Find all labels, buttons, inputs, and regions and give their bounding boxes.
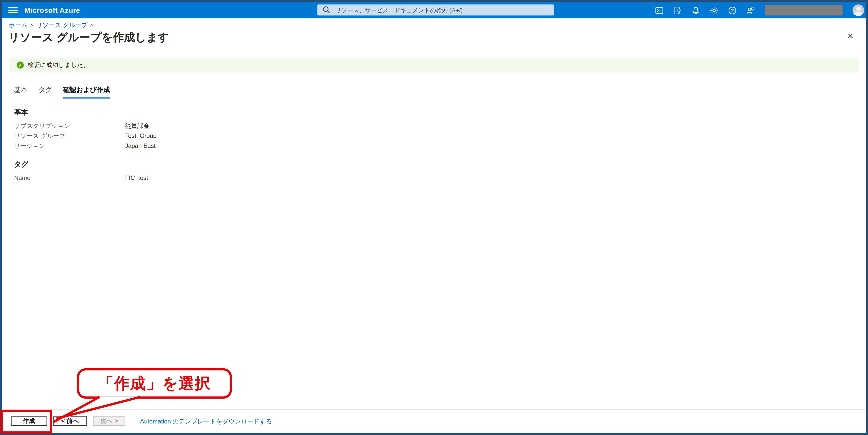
top-bar: Microsoft Azure — [2, 2, 866, 19]
section-basics: 基本 サブスクリプション 従量課金 リソース グループ Test_Group リ… — [14, 108, 157, 152]
previous-button[interactable]: < 前へ — [53, 416, 87, 426]
wizard-tabs: 基本 タグ 確認および作成 — [14, 85, 110, 99]
row-label: サブスクリプション — [14, 122, 125, 129]
breadcrumb-separator: > — [90, 22, 94, 28]
footer-divider — [2, 409, 866, 410]
hamburger-menu-icon[interactable] — [8, 6, 18, 14]
azure-portal-window: Microsoft Azure — [0, 0, 868, 435]
tab-tags[interactable]: タグ — [38, 85, 52, 99]
avatar[interactable] — [852, 4, 864, 16]
search-icon — [322, 6, 331, 14]
breadcrumb-home-link[interactable]: ホーム — [9, 22, 27, 28]
search-input[interactable] — [335, 4, 554, 15]
cloud-shell-icon[interactable] — [655, 6, 664, 15]
close-icon[interactable]: ✕ — [847, 32, 854, 40]
settings-gear-icon[interactable] — [710, 6, 719, 15]
banner-message: 検証に成功しました。 — [28, 61, 89, 69]
topbar-right-cluster: ? — [655, 2, 864, 19]
row-value: 従量課金 — [125, 122, 149, 129]
annotation-callout: 「作成」を選択 — [77, 368, 232, 399]
brand-title[interactable]: Microsoft Azure — [24, 2, 80, 19]
section-heading: 基本 — [14, 108, 157, 117]
tab-basics[interactable]: 基本 — [14, 85, 27, 99]
row-value: FIC_test — [125, 174, 148, 182]
global-search — [317, 4, 554, 15]
help-icon[interactable]: ? — [728, 6, 737, 15]
avatar-head — [856, 6, 861, 11]
breadcrumb: ホーム>リソース グループ> — [9, 21, 96, 29]
svg-text:?: ? — [731, 7, 734, 13]
avatar-body — [854, 11, 863, 16]
review-row: Name FIC_test — [14, 174, 148, 182]
automation-template-link[interactable]: Automation のテンプレートをダウンロードする — [140, 417, 272, 426]
success-check-icon: ✓ — [17, 62, 24, 69]
title-more-menu[interactable]: … — [148, 31, 156, 39]
tab-review-create[interactable]: 確認および作成 — [63, 85, 110, 99]
annotation-callout-text: 「作成」を選択 — [98, 373, 211, 394]
row-value: Japan East — [125, 142, 156, 149]
breadcrumb-separator: > — [30, 22, 34, 28]
directory-filter-icon[interactable] — [673, 6, 682, 15]
annotation-highlight-rect — [1, 410, 52, 433]
row-label: Name — [14, 174, 125, 182]
row-label: リソース グループ — [14, 132, 125, 139]
row-value: Test_Group — [125, 132, 157, 139]
notifications-bell-icon[interactable] — [691, 6, 701, 15]
review-row: リソース グループ Test_Group — [14, 132, 157, 139]
row-label: リージョン — [14, 142, 125, 149]
section-tags: タグ Name FIC_test — [14, 160, 148, 184]
page-title: リソース グループを作成します — [8, 30, 169, 45]
validation-success-banner: ✓ 検証に成功しました。 — [9, 58, 859, 72]
feedback-icon[interactable] — [746, 6, 755, 15]
account-info-redacted — [765, 4, 843, 16]
review-row: リージョン Japan East — [14, 142, 157, 149]
breadcrumb-resource-groups-link[interactable]: リソース グループ — [36, 22, 87, 28]
review-row: サブスクリプション 従量課金 — [14, 122, 157, 129]
section-heading: タグ — [14, 160, 148, 169]
next-button[interactable]: 次へ > — [93, 416, 125, 426]
